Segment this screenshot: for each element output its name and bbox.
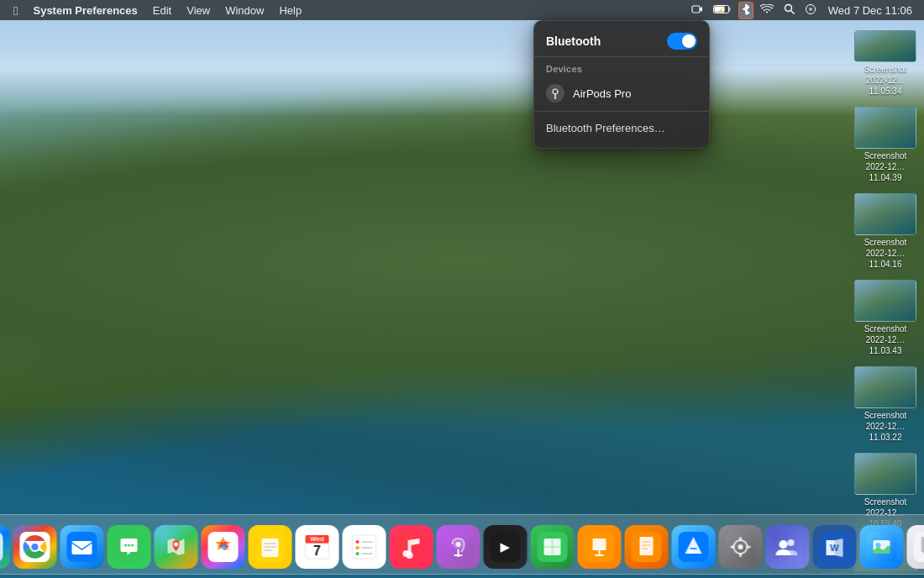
- bt-divider2: [534, 111, 709, 112]
- svg-rect-95: [739, 537, 742, 541]
- svg-point-8: [785, 5, 791, 12]
- airpods-name: AirPods Pro: [573, 87, 631, 100]
- screenshot-thumb-4: [854, 366, 916, 408]
- svg-rect-98: [747, 546, 751, 549]
- menu-help[interactable]: Help: [272, 3, 308, 18]
- svg-rect-97: [731, 546, 735, 549]
- screenshot-item-4[interactable]: Screenshot 2022-12…11.03.22: [847, 361, 924, 448]
- svg-rect-0: [692, 6, 700, 13]
- bluetooth-divider: [534, 56, 709, 57]
- screenshot-label-3: Screenshot 2022-12…11.03.43: [850, 323, 921, 356]
- bluetooth-header: Bluetooth: [534, 29, 709, 56]
- menubar-left:  System Preferences Edit View Window He…: [7, 3, 688, 18]
- apple-menu[interactable]: : [7, 3, 24, 18]
- dock-messages[interactable]: [108, 525, 151, 569]
- dock-mail[interactable]: [60, 525, 104, 569]
- bluetooth-toggle[interactable]: [667, 33, 697, 50]
- bluetooth-device-airpods[interactable]: AirPods Pro: [534, 79, 709, 108]
- screenshot-thumb-3: [854, 280, 916, 322]
- svg-point-101: [780, 540, 788, 549]
- screenshot-thumb-2: [854, 193, 916, 235]
- svg-rect-29: [0, 532, 3, 562]
- dock-notes[interactable]: [249, 525, 292, 569]
- svg-rect-82: [593, 539, 606, 550]
- svg-point-11: [809, 8, 812, 11]
- battery-icon[interactable]: ⚡: [710, 3, 735, 18]
- dock-word[interactable]: W: [813, 525, 857, 569]
- dock-documents[interactable]: [907, 525, 925, 569]
- screenshot-label-4: Screenshot 2022-12…11.03.22: [850, 410, 921, 443]
- svg-point-47: [174, 543, 178, 547]
- svg-point-45: [131, 544, 134, 547]
- svg-line-9: [791, 11, 795, 14]
- dock-numbers[interactable]: [531, 525, 575, 569]
- dock-pages[interactable]: [625, 525, 669, 569]
- screenshot-item-1[interactable]: Screenshot 2022-12…11.04.39: [847, 102, 924, 188]
- svg-text:Wed: Wed: [310, 535, 324, 543]
- svg-point-61: [356, 540, 360, 544]
- spotlight-icon[interactable]: [780, 2, 798, 18]
- airpods-icon: [546, 84, 564, 102]
- menubar:  System Preferences Edit View Window He…: [0, 0, 924, 20]
- svg-point-94: [738, 544, 743, 549]
- menu-edit[interactable]: Edit: [146, 3, 178, 18]
- svg-point-39: [32, 544, 39, 550]
- wifi-icon[interactable]: [757, 3, 777, 18]
- menubar-right: ⚡: [688, 2, 917, 19]
- svg-rect-99: [773, 532, 803, 562]
- dock-appletv[interactable]: ▶: [484, 525, 528, 569]
- screen-record-icon[interactable]: [688, 2, 706, 19]
- desktop-background: [0, 0, 924, 578]
- screenshot-item-2[interactable]: Screenshot 2022-12…11.04.16: [847, 188, 924, 275]
- svg-text:▶: ▶: [501, 539, 511, 554]
- screenshot-item-0[interactable]: Screenshot 2022-12…11.05.34: [847, 25, 924, 102]
- bluetooth-dropdown: Bluetooth Devices AirPods Pro Bluetooth …: [533, 20, 710, 149]
- svg-point-63: [356, 552, 360, 555]
- dock: 🚀: [0, 514, 924, 575]
- dock-reminders[interactable]: [343, 525, 386, 569]
- bluetooth-menu-icon[interactable]: [738, 2, 753, 19]
- svg-rect-86: [640, 537, 654, 555]
- svg-point-44: [128, 544, 130, 547]
- dock-photos[interactable]: [202, 525, 245, 569]
- dock-appstore[interactable]: [672, 525, 716, 569]
- screenshot-thumb-5: [854, 453, 916, 495]
- menu-view[interactable]: View: [180, 3, 217, 18]
- svg-text:W: W: [830, 543, 839, 553]
- dock-system-preferences[interactable]: [719, 525, 763, 569]
- svg-rect-2: [728, 7, 730, 11]
- svg-point-69: [407, 552, 413, 559]
- svg-rect-96: [739, 553, 742, 557]
- menu-window[interactable]: Window: [218, 3, 270, 18]
- svg-rect-41: [72, 541, 92, 554]
- svg-point-14: [554, 97, 556, 99]
- dock-maps[interactable]: [155, 525, 198, 569]
- svg-point-62: [356, 546, 360, 549]
- dock-calendar[interactable]: Wed 7: [296, 525, 339, 569]
- svg-text:⚡: ⚡: [717, 7, 723, 13]
- dock-podcasts[interactable]: [437, 525, 480, 569]
- dock-chrome[interactable]: [13, 525, 57, 569]
- svg-point-43: [124, 544, 127, 547]
- siri-icon[interactable]: [801, 2, 820, 19]
- screenshot-label-1: Screenshot 2022-12…11.04.39: [850, 150, 921, 183]
- dock-safari[interactable]: [0, 525, 10, 569]
- dock-teams[interactable]: [766, 525, 810, 569]
- svg-rect-50: [262, 539, 279, 557]
- svg-rect-60: [353, 535, 376, 559]
- screenshot-label-0: Screenshot 2022-12…11.05.34: [850, 64, 921, 97]
- bluetooth-title: Bluetooth: [546, 34, 601, 48]
- bluetooth-preferences-label: Bluetooth Preferences…: [546, 122, 665, 134]
- svg-text:7: 7: [313, 544, 321, 558]
- desktop:  System Preferences Edit View Window He…: [0, 0, 924, 578]
- screenshot-item-3[interactable]: Screenshot 2022-12…11.03.43: [847, 275, 924, 361]
- dock-music[interactable]: [390, 525, 433, 569]
- screenshots-panel: Screenshot 2022-12…11.05.34 Screenshot 2…: [847, 25, 924, 571]
- bluetooth-preferences-button[interactable]: Bluetooth Preferences…: [534, 117, 709, 139]
- screenshot-thumb-0: [854, 30, 916, 62]
- svg-point-12: [553, 89, 558, 94]
- dock-keynote[interactable]: [578, 525, 622, 569]
- app-name[interactable]: System Preferences: [26, 3, 144, 18]
- bluetooth-devices-label: Devices: [534, 62, 709, 79]
- dock-preview[interactable]: [860, 525, 904, 569]
